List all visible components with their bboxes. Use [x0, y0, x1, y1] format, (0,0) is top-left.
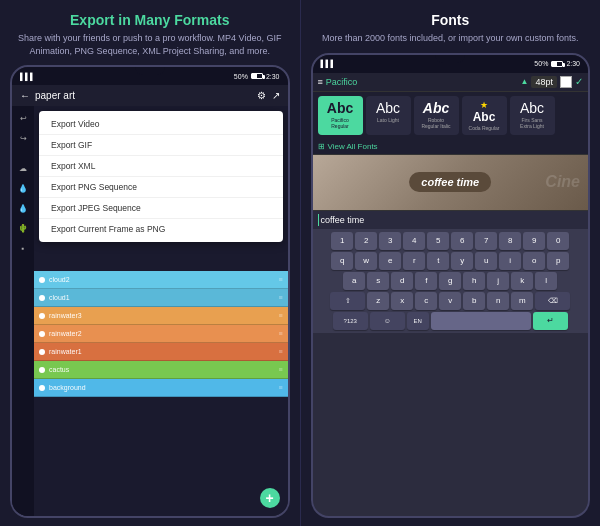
left-app-header: ← paper art ⚙ ↗ [12, 85, 288, 106]
key-x[interactable]: x [391, 292, 413, 310]
key-q[interactable]: q [331, 252, 353, 270]
key-r[interactable]: r [403, 252, 425, 270]
layer-rainwater3[interactable]: rainwater3 ≡ [34, 307, 288, 325]
layer-dot [39, 313, 45, 319]
font-sample-firs[interactable]: Abc Firs SansExtra Light [510, 96, 555, 135]
export-current-frame-item[interactable]: Export Current Frame as PNG [39, 219, 283, 239]
key-space[interactable] [431, 312, 531, 330]
key-lang[interactable]: EN [407, 312, 429, 330]
key-j[interactable]: j [487, 272, 509, 290]
export-gif-item[interactable]: Export GIF [39, 135, 283, 156]
key-z[interactable]: z [367, 292, 389, 310]
layer-cloud2[interactable]: cloud2 ≡ [34, 271, 288, 289]
key-v[interactable]: v [439, 292, 461, 310]
font-sample-lato[interactable]: Abc Lato Light [366, 96, 411, 135]
key-f[interactable]: f [415, 272, 437, 290]
drop-icon[interactable]: 💧 [16, 181, 30, 195]
font-name-label[interactable]: Pacifico [326, 77, 518, 87]
key-u[interactable]: u [475, 252, 497, 270]
key-7[interactable]: 7 [475, 232, 497, 250]
font-name-pacifico: PacificoRegular [331, 117, 349, 129]
undo-icon[interactable]: ↩ [16, 111, 30, 125]
key-b[interactable]: b [463, 292, 485, 310]
redo-icon[interactable]: ↪ [16, 131, 30, 145]
plant-icon[interactable]: 🌵 [16, 221, 30, 235]
key-symbols[interactable]: ?123 [333, 312, 368, 330]
square-icon[interactable]: ▪ [16, 241, 30, 255]
key-shift[interactable]: ⇧ [330, 292, 365, 310]
key-w[interactable]: w [355, 252, 377, 270]
key-emoji[interactable]: ☺ [370, 312, 405, 330]
export-jpeg-seq-item[interactable]: Export JPEG Sequence [39, 198, 283, 219]
key-p[interactable]: p [547, 252, 569, 270]
battery-icon-right [551, 61, 563, 67]
font-name-lato: Lato Light [377, 117, 399, 123]
layer-cloud1[interactable]: cloud1 ≡ [34, 289, 288, 307]
font-sample-coda[interactable]: ★ Abc Coda Regular [462, 96, 507, 135]
export-video-item[interactable]: Export Video [39, 114, 283, 135]
keyboard-row-special: ?123 ☺ EN ↵ [316, 312, 586, 330]
layer-dot [39, 367, 45, 373]
key-0[interactable]: 0 [547, 232, 569, 250]
app-title: paper art [35, 90, 75, 101]
text-input-value[interactable]: coffee time [321, 215, 365, 225]
key-t[interactable]: t [427, 252, 449, 270]
font-samples-row: Abc PacificoRegular Abc Lato Light Abc R… [313, 92, 589, 139]
key-enter[interactable]: ↵ [533, 312, 568, 330]
font-color-picker[interactable] [560, 76, 572, 88]
key-1[interactable]: 1 [331, 232, 353, 250]
key-k[interactable]: k [511, 272, 533, 290]
canvas-area: coffee time Cine [313, 155, 589, 210]
layer-rainwater2[interactable]: rainwater2 ≡ [34, 325, 288, 343]
drag-icon: ≡ [278, 348, 282, 355]
export-xml-item[interactable]: Export XML [39, 156, 283, 177]
layer-cactus[interactable]: cactus ≡ [34, 361, 288, 379]
layer-rainwater1[interactable]: rainwater1 ≡ [34, 343, 288, 361]
font-sample-roboto[interactable]: Abc RobotoRegular Italic [414, 96, 459, 135]
font-sample-pacifico[interactable]: Abc PacificoRegular [318, 96, 363, 135]
drop2-icon[interactable]: 💧 [16, 201, 30, 215]
key-c[interactable]: c [415, 292, 437, 310]
key-h[interactable]: h [463, 272, 485, 290]
export-png-seq-item[interactable]: Export PNG Sequence [39, 177, 283, 198]
key-l[interactable]: l [535, 272, 557, 290]
key-a[interactable]: a [343, 272, 365, 290]
cloud-icon[interactable]: ☁ [16, 161, 30, 175]
right-panel-title: Fonts [431, 12, 469, 28]
add-layer-fab[interactable]: + [260, 488, 280, 508]
key-6[interactable]: 6 [451, 232, 473, 250]
battery-icon [251, 73, 263, 79]
key-i[interactable]: i [499, 252, 521, 270]
layer-background[interactable]: background ≡ [34, 379, 288, 397]
cine-text: Cine [545, 173, 580, 191]
key-g[interactable]: g [439, 272, 461, 290]
layer-name: cloud1 [49, 294, 70, 301]
menu-icon[interactable]: ≡ [318, 77, 323, 87]
key-8[interactable]: 8 [499, 232, 521, 250]
signal-icon: ▌▌▌ [20, 73, 35, 80]
key-d[interactable]: d [391, 272, 413, 290]
view-all-fonts-bar[interactable]: ⊞ View All Fonts [313, 139, 589, 155]
back-icon[interactable]: ← [20, 90, 30, 101]
key-3[interactable]: 3 [379, 232, 401, 250]
key-y[interactable]: y [451, 252, 473, 270]
key-5[interactable]: 5 [427, 232, 449, 250]
key-n[interactable]: n [487, 292, 509, 310]
key-9[interactable]: 9 [523, 232, 545, 250]
key-4[interactable]: 4 [403, 232, 425, 250]
key-m[interactable]: m [511, 292, 533, 310]
key-e[interactable]: e [379, 252, 401, 270]
key-s[interactable]: s [367, 272, 389, 290]
expand-icon[interactable]: ▲ [521, 77, 529, 86]
key-2[interactable]: 2 [355, 232, 377, 250]
dropdown-area: Export Video Export GIF Export XML Expor… [34, 106, 288, 516]
settings-icon[interactable]: ⚙ [257, 90, 266, 101]
share-icon[interactable]: ↗ [272, 90, 280, 101]
key-o[interactable]: o [523, 252, 545, 270]
keyboard-row-numbers: 1 2 3 4 5 6 7 8 9 0 [316, 232, 586, 250]
text-input-bar[interactable]: coffee time [313, 210, 589, 229]
key-backspace[interactable]: ⌫ [535, 292, 570, 310]
confirm-button[interactable]: ✓ [575, 76, 583, 87]
layer-name: rainwater3 [49, 312, 82, 319]
font-size-label[interactable]: 48pt [531, 76, 557, 88]
